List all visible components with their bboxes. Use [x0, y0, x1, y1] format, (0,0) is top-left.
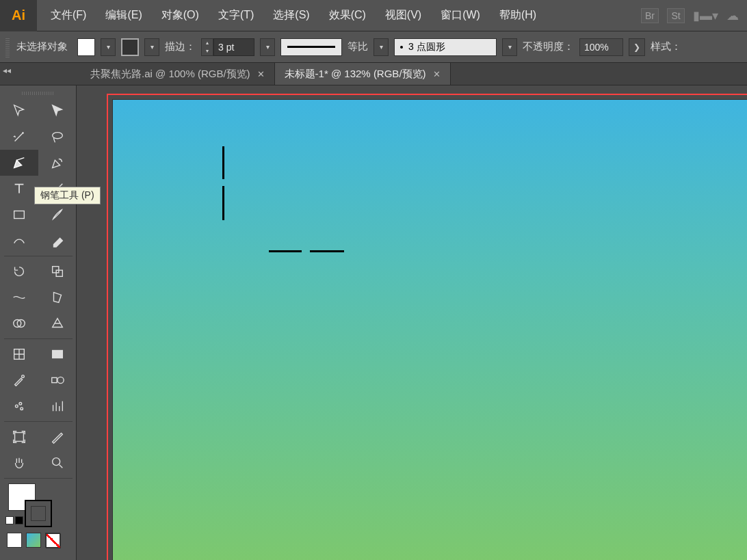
path-segment[interactable] [222, 186, 224, 220]
svg-rect-7 [53, 351, 63, 358]
tab-label: 未标题-1* @ 132% (RGB/预览) [285, 68, 426, 81]
artboard-tool[interactable] [0, 424, 38, 450]
close-icon[interactable]: ✕ [257, 69, 265, 79]
brush-dropdown[interactable]: ▾ [502, 38, 517, 56]
menu-help[interactable]: 帮助(H) [490, 1, 546, 29]
grip-icon [5, 37, 10, 57]
zoom-tool[interactable] [38, 450, 77, 476]
menu-view[interactable]: 视图(V) [376, 1, 431, 29]
document-tabs: 共聚焦光路.ai @ 100% (RGB/预览) ✕ 未标题-1* @ 132%… [0, 63, 747, 85]
color-mode-swatches[interactable] [0, 530, 77, 550]
free-transform-tool[interactable] [38, 284, 77, 310]
stepper-buttons[interactable]: ▴▾ [201, 38, 213, 56]
tab-document-1[interactable]: 共聚焦光路.ai @ 100% (RGB/预览) ✕ [81, 63, 275, 85]
hand-tool[interactable] [0, 450, 38, 476]
rectangle-tool[interactable] [0, 202, 38, 228]
stroke-dropdown[interactable]: ▾ [144, 38, 159, 56]
stroke-swatch[interactable] [121, 38, 139, 56]
svg-point-8 [22, 375, 25, 378]
sync-icon[interactable]: ☁ [726, 8, 739, 23]
svg-point-0 [53, 133, 63, 139]
opacity-input[interactable] [579, 38, 623, 56]
panel-grip-icon[interactable] [0, 88, 76, 98]
tab-document-2[interactable]: 未标题-1* @ 132% (RGB/预览) ✕ [275, 63, 451, 85]
svg-point-15 [53, 458, 60, 466]
eraser-tool[interactable] [38, 228, 77, 254]
shaper-tool[interactable] [0, 228, 38, 254]
swatch-gradient[interactable] [26, 533, 41, 548]
svg-point-12 [19, 403, 22, 405]
mesh-tool[interactable] [0, 341, 38, 367]
slice-tool[interactable] [38, 424, 77, 450]
brush-preview[interactable]: 3 点圆形 [394, 38, 497, 56]
collapse-chevron-icon[interactable]: ◂◂ [3, 66, 11, 75]
artboard[interactable] [112, 99, 747, 560]
menu-edit[interactable]: 编辑(E) [96, 1, 151, 29]
svg-point-11 [16, 405, 18, 408]
type-tool[interactable] [0, 176, 38, 202]
path-segment[interactable] [269, 250, 302, 252]
stroke-weight-input[interactable] [213, 38, 254, 56]
shape-builder-tool[interactable] [0, 310, 38, 336]
menubar-right: Br St ▮▬▾ ☁ [641, 8, 747, 23]
menu-file[interactable]: 文件(F) [41, 1, 96, 29]
selection-status: 未选择对象 [16, 40, 68, 53]
lasso-tool[interactable] [38, 124, 77, 150]
path-segment[interactable] [222, 146, 224, 179]
fill-dropdown[interactable]: ▾ [101, 38, 116, 56]
fill-stroke-control[interactable] [0, 481, 77, 530]
width-tool[interactable] [0, 284, 38, 310]
selection-tool[interactable] [0, 98, 38, 124]
main-area: 钢笔工具 (P) [0, 85, 747, 560]
menu-select[interactable]: 选择(S) [263, 1, 319, 29]
swatch-solid[interactable] [7, 533, 22, 548]
perspective-tool[interactable] [38, 310, 77, 336]
stock-icon[interactable]: St [667, 8, 685, 23]
brush-label: 3 点圆形 [408, 41, 445, 53]
rotate-tool[interactable] [0, 258, 38, 284]
svg-point-13 [21, 408, 23, 410]
canvas-area[interactable] [77, 85, 747, 560]
opacity-more[interactable]: ❯ [629, 38, 645, 56]
blend-tool[interactable] [38, 367, 77, 393]
bridge-icon[interactable]: Br [641, 8, 659, 23]
close-icon[interactable]: ✕ [433, 69, 441, 79]
gradient-tool[interactable] [38, 341, 77, 367]
symbol-sprayer-tool[interactable] [0, 393, 38, 419]
dot-icon [400, 46, 403, 49]
curvature-tool[interactable] [38, 150, 77, 176]
app-logo: Ai [0, 0, 37, 31]
direct-selection-tool[interactable] [38, 98, 77, 124]
tab-label: 共聚焦光路.ai @ 100% (RGB/预览) [90, 68, 250, 81]
arrange-icon[interactable]: ▮▬▾ [693, 8, 718, 23]
stroke-color[interactable] [25, 500, 52, 527]
graph-tool[interactable] [38, 393, 77, 419]
profile-label: 等比 [348, 40, 368, 53]
scale-tool[interactable] [38, 258, 77, 284]
svg-point-10 [57, 377, 64, 383]
menu-effect[interactable]: 效果(C) [319, 1, 376, 29]
menu-bar: Ai 文件(F) 编辑(E) 对象(O) 文字(T) 选择(S) 效果(C) 视… [0, 0, 747, 31]
paintbrush-tool[interactable] [38, 202, 77, 228]
menu-type[interactable]: 文字(T) [209, 1, 263, 29]
control-bar: 未选择对象 ▾ ▾ 描边： ▴▾ ▾ 等比 ▾ 3 点圆形 ▾ 不透明度： ❯ … [0, 31, 747, 63]
stroke-profile-preview[interactable] [280, 38, 342, 56]
path-segment[interactable] [310, 250, 344, 252]
fill-swatch[interactable] [77, 38, 95, 56]
profile-dropdown[interactable]: ▾ [374, 38, 389, 56]
stroke-weight-stepper[interactable]: ▴▾ [201, 38, 254, 56]
eyedropper-tool[interactable] [0, 367, 38, 393]
swap-default-icons[interactable] [5, 516, 23, 524]
svg-rect-3 [56, 270, 62, 276]
pen-tool[interactable] [0, 150, 38, 176]
svg-rect-1 [14, 211, 25, 219]
magic-wand-tool[interactable] [0, 124, 38, 150]
svg-rect-9 [52, 377, 57, 382]
tool-tooltip: 钢笔工具 (P) [34, 187, 101, 204]
tools-panel [0, 85, 77, 560]
menu-object[interactable]: 对象(O) [152, 1, 209, 29]
menu-window[interactable]: 窗口(W) [431, 1, 490, 29]
svg-rect-14 [15, 433, 24, 442]
stroke-weight-dropdown[interactable]: ▾ [260, 38, 275, 56]
swatch-none[interactable] [45, 533, 60, 548]
